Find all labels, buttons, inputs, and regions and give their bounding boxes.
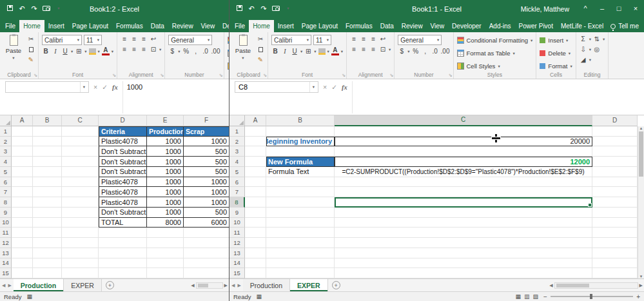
tab-formulas[interactable]: Formulas <box>342 20 376 32</box>
cell-d14[interactable] <box>99 258 147 269</box>
cell-b12[interactable] <box>33 238 62 248</box>
paste-button[interactable]: Paste ▾ <box>233 35 253 61</box>
cell-e5[interactable]: 1000 <box>147 167 184 177</box>
cell-e4[interactable]: 1000 <box>147 157 184 167</box>
cell-a6[interactable] <box>245 177 266 188</box>
format-as-table-button[interactable]: Format as Table▾ <box>457 48 533 59</box>
cell-a9[interactable] <box>12 208 33 218</box>
cell-d13[interactable] <box>592 248 638 258</box>
cell-b6[interactable] <box>266 177 335 188</box>
row-header-3[interactable]: 3 <box>0 146 12 157</box>
tab-developer[interactable]: Developer <box>448 20 485 32</box>
cell-a8[interactable] <box>12 197 33 208</box>
enter-icon[interactable]: ✓ <box>102 83 108 91</box>
page-break-view-icon[interactable]: ▨ <box>532 293 538 300</box>
percent-style-icon[interactable]: % <box>412 47 420 55</box>
cell-a10[interactable] <box>12 218 33 228</box>
zoom-out-icon[interactable]: − <box>543 293 547 300</box>
align-center-icon[interactable]: ≡ <box>130 45 138 53</box>
cell-d5[interactable]: Don't Subtract <box>99 167 147 177</box>
cell-d15[interactable] <box>592 268 638 278</box>
cell-d8[interactable] <box>592 197 638 208</box>
undo-icon[interactable]: ↶ <box>18 5 26 12</box>
borders-icon[interactable]: ⊞ <box>75 47 83 55</box>
decrease-decimal-icon[interactable]: .00 <box>441 47 450 55</box>
align-right-icon[interactable]: ≡ <box>140 45 148 53</box>
cell-c3[interactable] <box>62 146 99 157</box>
cell-b14[interactable] <box>266 258 335 269</box>
cell-d8[interactable]: Plastic4078 <box>99 197 147 208</box>
cell-f3[interactable]: 500 <box>184 146 229 157</box>
row-header-14[interactable]: 14 <box>229 258 245 269</box>
normal-view-icon[interactable]: ▦ <box>515 293 521 300</box>
cell-c14[interactable] <box>62 258 99 269</box>
cell-f12[interactable] <box>184 238 229 248</box>
select-all-corner[interactable] <box>0 115 12 126</box>
cell-b13[interactable] <box>266 248 335 258</box>
column-header-e[interactable]: E <box>147 115 184 126</box>
cell-b11[interactable] <box>33 228 62 238</box>
minimize-icon[interactable]: – <box>594 0 610 17</box>
cell-b12[interactable] <box>266 238 335 248</box>
row-header-10[interactable]: 10 <box>229 218 245 228</box>
cell-c15[interactable] <box>62 268 99 278</box>
new-sheet-button[interactable]: + <box>332 281 340 289</box>
row-header-7[interactable]: 7 <box>0 187 12 197</box>
cell-a10[interactable] <box>245 218 266 228</box>
cell-b10[interactable] <box>33 218 62 228</box>
cell-c13[interactable] <box>62 248 99 258</box>
sheet-tab-exper[interactable]: EXPER <box>64 279 102 291</box>
cell-e6[interactable]: 1000 <box>147 177 184 188</box>
cell-d7[interactable]: Plastic4078 <box>99 187 147 197</box>
cell-a13[interactable] <box>245 248 266 258</box>
row-header-13[interactable]: 13 <box>229 248 245 258</box>
tab-page-layout[interactable]: Page Layout <box>68 20 112 32</box>
tab-review[interactable]: Review <box>168 20 197 32</box>
row-header-1[interactable]: 1 <box>229 126 245 137</box>
cell-c10[interactable] <box>62 218 99 228</box>
cell-styles-button[interactable]: Cell Styles▾ <box>228 61 229 72</box>
row-header-2[interactable]: 2 <box>0 137 12 147</box>
insert-cells-button[interactable]: Insert▾ <box>540 35 572 46</box>
tab-insert[interactable]: Insert <box>44 20 68 32</box>
cell-c14[interactable] <box>335 258 592 269</box>
undo-icon[interactable]: ↶ <box>248 5 255 12</box>
cell-c1[interactable] <box>335 126 592 137</box>
cell-d5[interactable] <box>592 167 638 177</box>
column-header-b[interactable]: B <box>33 115 62 126</box>
tab-home[interactable]: Home <box>19 20 44 32</box>
cell-a4[interactable] <box>12 157 33 167</box>
merge-center-icon[interactable]: ⊡ <box>150 45 157 53</box>
row-header-9[interactable]: 9 <box>0 208 12 218</box>
underline-button[interactable]: U <box>291 47 298 55</box>
cell-d14[interactable] <box>592 258 638 269</box>
find-select-icon[interactable]: ◎ <box>593 45 601 53</box>
cell-f13[interactable] <box>184 248 229 258</box>
cell-d7[interactable] <box>592 187 638 197</box>
wrap-text-icon[interactable]: ↩ <box>150 35 157 43</box>
cell-a13[interactable] <box>12 248 33 258</box>
cell-a12[interactable] <box>12 238 33 248</box>
font-color-icon[interactable]: A <box>102 47 110 55</box>
cell-a3[interactable] <box>12 146 33 157</box>
align-top-icon[interactable]: ≡ <box>121 35 128 43</box>
new-sheet-button[interactable]: + <box>106 281 114 289</box>
cell-d11[interactable] <box>592 228 638 238</box>
cell-e14[interactable] <box>147 258 184 269</box>
zoom-in-icon[interactable]: + <box>636 293 640 300</box>
align-bottom-icon[interactable]: ≡ <box>369 35 377 43</box>
enter-icon[interactable]: ✓ <box>331 83 337 91</box>
cell-a14[interactable] <box>12 258 33 269</box>
title-bar[interactable]: ↶ ↷ ▾ Book1:1 - Excel Mickle, Matthew ^ … <box>229 0 644 17</box>
cell-f15[interactable] <box>184 268 229 278</box>
percent-style-icon[interactable]: % <box>182 47 190 55</box>
cell-e9[interactable]: 1000 <box>147 208 184 218</box>
cell-a15[interactable] <box>12 268 33 278</box>
page-layout-view-icon[interactable]: ▥ <box>524 293 530 300</box>
font-size-select[interactable]: 11▾ <box>313 35 331 45</box>
cell-b9[interactable] <box>33 208 62 218</box>
cell-b8[interactable] <box>33 197 62 208</box>
cell-d10[interactable] <box>592 218 638 228</box>
cell-c8[interactable] <box>62 197 99 208</box>
cell-a7[interactable] <box>12 187 33 197</box>
